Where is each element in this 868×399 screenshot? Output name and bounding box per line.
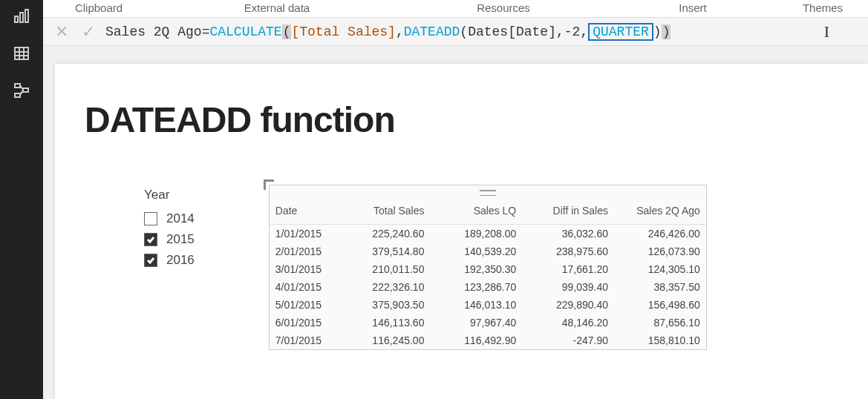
cancel-formula-button[interactable]: ✕ (52, 22, 71, 42)
col-header-date[interactable]: Date (270, 200, 339, 225)
formula-fn-calculate: CALCULATE (209, 24, 281, 39)
col-header-total-sales[interactable]: Total Sales (339, 200, 431, 225)
paren-close-2: ) (662, 24, 671, 39)
report-view-icon[interactable] (11, 6, 32, 27)
table-header-row: Date Total Sales Sales LQ Diff in Sales … (270, 200, 706, 225)
slicer-item-2014[interactable]: 2014 (144, 211, 195, 226)
ribbon-group-clipboard: Clipboard (43, 0, 154, 17)
ribbon-group-external-data: External data (154, 0, 399, 17)
resize-handle-icon[interactable] (264, 179, 274, 190)
table-row[interactable]: 5/01/2015375,903.50146,013.10229,890.401… (270, 296, 706, 314)
svg-rect-1 (20, 13, 23, 22)
model-view-icon[interactable] (11, 80, 32, 101)
formula-eq: = (202, 24, 210, 39)
checkbox-checked-icon[interactable] (144, 233, 157, 246)
table-row[interactable]: 2/01/2015379,514.80140,539.20238,975.601… (270, 243, 706, 260)
svg-rect-10 (15, 93, 20, 97)
slicer-item-2016[interactable]: 2016 (144, 253, 195, 268)
svg-rect-8 (15, 84, 20, 88)
table-body: 1/01/2015225,240.60189,208.0036,032.6024… (270, 225, 706, 350)
slicer-item-label: 2015 (166, 232, 195, 247)
slicer-title: Year (144, 188, 195, 202)
table-row[interactable]: 3/01/2015210,011.50192,350.3017,661.2012… (270, 260, 706, 278)
svg-rect-9 (23, 88, 28, 92)
table-row[interactable]: 4/01/2015222,326.10123,286.7099,039.4038… (270, 278, 706, 296)
left-nav (0, 0, 43, 399)
data-view-icon[interactable] (11, 43, 32, 64)
table-row[interactable]: 1/01/2015225,240.60189,208.0036,032.6024… (270, 225, 706, 243)
svg-rect-0 (15, 16, 18, 22)
col-header-sales-lq[interactable]: Sales LQ (430, 200, 522, 225)
formula-input[interactable]: Sales 2Q Ago = CALCULATE( [Total Sales],… (105, 22, 859, 42)
slicer-item-label: 2014 (166, 211, 195, 226)
formula-lhs: Sales 2Q Ago (105, 24, 202, 39)
paren-close-1: ) (653, 24, 662, 39)
svg-rect-3 (15, 47, 28, 59)
paren-open-1: ( (282, 24, 292, 39)
formula-arg-total-sales: [Total Sales] (291, 24, 395, 39)
col-header-2q-ago[interactable]: Sales 2Q Ago (614, 200, 706, 225)
formula-bar: ✕ ✓ Sales 2Q Ago = CALCULATE( [Total Sal… (43, 18, 868, 46)
report-canvas[interactable]: DATEADD function Year 2014 2015 (43, 46, 868, 399)
slicer-item-label: 2016 (166, 253, 195, 268)
svg-rect-2 (25, 10, 28, 22)
formula-arg-offset: -2 (564, 24, 581, 39)
checkbox-checked-icon[interactable] (144, 254, 157, 267)
formula-fn-dateadd: DATEADD (404, 24, 460, 39)
report-page: DATEADD function Year 2014 2015 (55, 64, 868, 399)
drag-grip-icon[interactable] (480, 190, 496, 196)
year-slicer[interactable]: Year 2014 2015 2016 (144, 188, 195, 274)
ribbon-group-resources: Resources (399, 0, 607, 17)
ribbon-group-insert: Insert (607, 0, 778, 17)
slicer-item-2015[interactable]: 2015 (144, 232, 195, 247)
formula-arg-dates: Dates[Date] (468, 24, 556, 39)
text-cursor-icon: I (824, 22, 829, 42)
commit-formula-button[interactable]: ✓ (79, 22, 98, 42)
ribbon-groups: Clipboard External data Resources Insert… (43, 0, 868, 18)
formula-arg-quarter-highlighted: QUARTER (588, 23, 653, 41)
data-table-visual[interactable]: Date Total Sales Sales LQ Diff in Sales … (269, 185, 707, 350)
table-row[interactable]: 7/01/2015116,245.00116,492.90-247.90158,… (270, 332, 706, 349)
checkbox-unchecked-icon[interactable] (144, 212, 157, 225)
col-header-diff[interactable]: Diff in Sales (522, 200, 614, 225)
ribbon-group-themes: Themes (778, 0, 867, 17)
page-title: DATEADD function (85, 99, 838, 140)
table-row[interactable]: 6/01/2015146,113.6097,967.4048,146.2087,… (270, 314, 706, 332)
